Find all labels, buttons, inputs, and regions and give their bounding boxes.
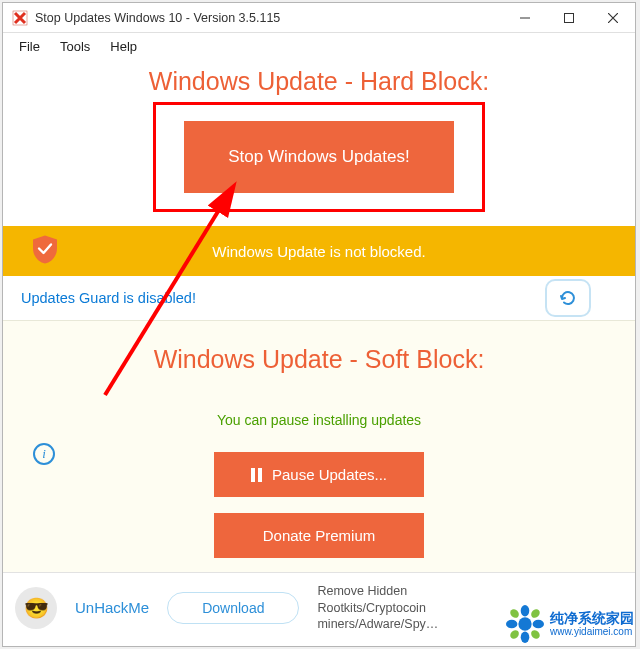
promo-bar: 😎 UnHackMe Download Remove Hidden Rootki…: [3, 572, 635, 646]
promo-download-button[interactable]: Download: [167, 592, 299, 624]
guard-status-link[interactable]: Updates Guard is disabled!: [21, 290, 196, 306]
menu-help[interactable]: Help: [100, 36, 147, 57]
close-button[interactable]: [591, 3, 635, 33]
content-area: Windows Update - Hard Block: Stop Window…: [3, 59, 635, 646]
menu-file[interactable]: File: [9, 36, 50, 57]
soft-block-section: Windows Update - Soft Block: You can pau…: [3, 320, 635, 572]
menubar: File Tools Help: [3, 33, 635, 59]
soft-block-heading: Windows Update - Soft Block:: [3, 345, 635, 374]
hard-block-heading: Windows Update - Hard Block:: [3, 67, 635, 96]
titlebar: Stop Updates Windows 10 - Version 3.5.11…: [3, 3, 635, 33]
annotation-highlight-box: Stop Windows Updates!: [153, 102, 484, 212]
pause-updates-button[interactable]: Pause Updates...: [214, 452, 424, 497]
minimize-button[interactable]: [503, 3, 547, 33]
stop-updates-button[interactable]: Stop Windows Updates!: [184, 121, 453, 193]
promo-name-link[interactable]: UnHackMe: [75, 599, 149, 616]
shield-icon: [31, 235, 59, 268]
pause-icon: [251, 468, 262, 482]
promo-avatar-icon: 😎: [15, 587, 57, 629]
guard-row: Updates Guard is disabled!: [3, 276, 635, 320]
maximize-button[interactable]: [547, 3, 591, 33]
window-title: Stop Updates Windows 10 - Version 3.5.11…: [35, 11, 503, 25]
pause-note: You can pause installing updates: [3, 412, 635, 428]
promo-description: Remove Hidden Rootkits/Cryptocoin miners…: [317, 583, 487, 632]
refresh-button[interactable]: [545, 279, 591, 317]
donate-button[interactable]: Donate Premium: [214, 513, 424, 558]
status-bar: Windows Update is not blocked.: [3, 226, 635, 276]
menu-tools[interactable]: Tools: [50, 36, 100, 57]
maximize-icon: [564, 13, 574, 23]
hard-block-section: Windows Update - Hard Block: Stop Window…: [3, 59, 635, 226]
minimize-icon: [520, 13, 530, 23]
refresh-icon: [558, 288, 578, 308]
app-window: Stop Updates Windows 10 - Version 3.5.11…: [2, 2, 636, 647]
svg-rect-2: [565, 13, 574, 22]
status-text: Windows Update is not blocked.: [212, 243, 425, 260]
app-icon: [11, 9, 29, 27]
info-icon[interactable]: i: [33, 443, 55, 465]
close-icon: [608, 13, 618, 23]
pause-updates-label: Pause Updates...: [272, 466, 387, 483]
